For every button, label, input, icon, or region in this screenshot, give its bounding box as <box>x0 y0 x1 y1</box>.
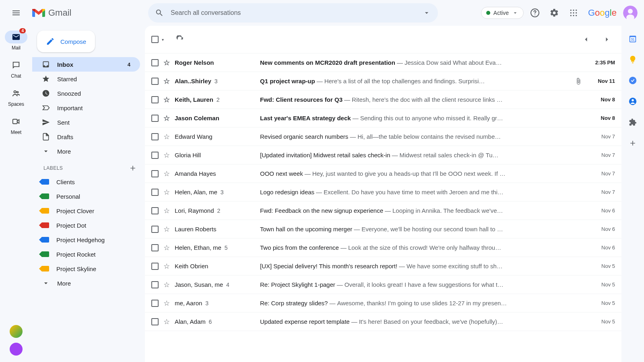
mail-checkbox[interactable] <box>151 170 159 177</box>
svg-point-24 <box>629 77 636 84</box>
mail-checkbox[interactable] <box>151 318 159 325</box>
tasks-app[interactable] <box>628 76 638 85</box>
mail-row[interactable]: ☆ me, Aaron 3 Re: Corp strategy slides? … <box>145 294 621 313</box>
star-button[interactable]: ☆ <box>163 151 170 160</box>
get-addons[interactable] <box>628 138 638 148</box>
rail-space-avatar[interactable] <box>10 325 23 338</box>
label-project-dot[interactable]: Project Dot <box>32 218 145 232</box>
account-avatar[interactable] <box>623 6 638 20</box>
search-box[interactable] <box>148 3 438 23</box>
support-button[interactable] <box>527 5 543 21</box>
addons-app[interactable] <box>628 117 638 127</box>
star-button[interactable]: ☆ <box>163 280 170 289</box>
search-input[interactable] <box>167 9 419 16</box>
settings-button[interactable] <box>546 5 562 21</box>
star-button[interactable]: ☆ <box>163 132 170 141</box>
nav-sent[interactable]: Sent <box>32 115 140 130</box>
compose-button[interactable]: Compose <box>37 31 95 52</box>
mail-row[interactable]: ☆ Lauren Roberts Town hall on the upcomi… <box>145 220 621 239</box>
nav-drafts[interactable]: Drafts <box>32 130 140 144</box>
mail-row[interactable]: ☆ Keith, Lauren 2 Fwd: Client resources … <box>145 90 621 109</box>
star-button[interactable]: ☆ <box>163 317 170 326</box>
mail-row[interactable]: ☆ Jason, Susan, me 4 Re: Project Skyligh… <box>145 276 621 294</box>
nav-inbox[interactable]: Inbox4 <box>32 57 140 72</box>
mail-row[interactable]: ☆ Gloria Hill [Updated invitation] Midwe… <box>145 146 621 165</box>
mail-checkbox[interactable] <box>151 96 159 103</box>
gmail-logo[interactable]: Gmail <box>32 8 129 18</box>
mail-row[interactable]: ☆ Amanda Hayes OOO next week — Hey, just… <box>145 165 621 183</box>
label-personal[interactable]: Personal <box>32 189 145 204</box>
star-button[interactable]: ☆ <box>163 188 170 197</box>
mail-checkbox[interactable] <box>151 226 159 233</box>
mail-checkbox[interactable] <box>151 152 159 159</box>
mail-checkbox[interactable] <box>151 300 159 307</box>
mail-subject: Q1 project wrap-up <box>260 78 315 84</box>
star-button[interactable]: ☆ <box>163 225 170 234</box>
nav-starred[interactable]: Starred <box>32 72 140 86</box>
mail-row[interactable]: ☆ Keith Obrien [UX] Special delivery! Th… <box>145 257 621 276</box>
rail-spaces[interactable]: Spaces <box>0 84 32 110</box>
search-options-button[interactable] <box>419 5 435 21</box>
mail-checkbox[interactable] <box>151 59 159 66</box>
mail-row[interactable]: ☆ Helen, Alan, me 3 Logo redesign ideas … <box>145 183 621 202</box>
star-button[interactable]: ☆ <box>163 206 170 215</box>
svg-point-3 <box>573 10 574 11</box>
mail-checkbox[interactable] <box>151 281 159 288</box>
nav-count: 4 <box>128 62 130 68</box>
mail-checkbox[interactable] <box>151 207 159 214</box>
star-button[interactable]: ☆ <box>163 77 170 86</box>
mail-subject: Re: Corp strategy slides? <box>260 300 328 306</box>
label-clients[interactable]: Clients <box>32 175 145 189</box>
contacts-app[interactable] <box>628 97 638 106</box>
label-project-skyline[interactable]: Project Skyline <box>32 261 145 276</box>
star-button[interactable]: ☆ <box>163 299 170 308</box>
labels-more[interactable]: More <box>32 276 140 290</box>
rail-chat[interactable]: Chat <box>0 56 32 82</box>
mail-checkbox[interactable] <box>151 263 159 270</box>
nav-important[interactable]: Important <box>32 101 140 115</box>
mail-row[interactable]: ☆ Alan, Adam 6 Updated expense report te… <box>145 313 621 331</box>
mail-date: Nov 5 <box>587 263 615 269</box>
star-button[interactable]: ☆ <box>163 114 170 123</box>
search-button[interactable] <box>151 5 167 21</box>
calendar-app[interactable]: 31 <box>628 34 638 43</box>
mail-row[interactable]: ☆ Roger Nelson New comments on MCR2020 d… <box>145 53 621 72</box>
label-name: Project Skyline <box>56 265 96 272</box>
status-chip[interactable]: Active <box>481 7 524 19</box>
mail-row[interactable]: ☆ Jason Coleman Last year's EMEA strateg… <box>145 109 621 128</box>
label-project-clover[interactable]: Project Clover <box>32 204 145 218</box>
nav-more[interactable]: More <box>32 144 140 158</box>
select-all-checkbox[interactable] <box>151 36 159 43</box>
mail-checkbox[interactable] <box>151 189 159 196</box>
select-dropdown[interactable]: ▾ <box>162 37 164 42</box>
google-logo[interactable]: Google <box>588 8 617 18</box>
mail-checkbox[interactable] <box>151 244 159 251</box>
star-button[interactable]: ☆ <box>163 262 170 271</box>
next-page-button[interactable] <box>599 31 615 47</box>
star-button[interactable]: ☆ <box>163 95 170 104</box>
refresh-button[interactable] <box>172 31 188 47</box>
mail-checkbox[interactable] <box>151 115 159 122</box>
add-label-button[interactable] <box>129 164 137 172</box>
inbox-icon <box>42 60 50 68</box>
rail-meet[interactable]: Meet <box>0 112 32 138</box>
contacts-icon <box>628 97 637 106</box>
star-button[interactable]: ☆ <box>163 169 170 178</box>
star-button[interactable]: ☆ <box>163 243 170 252</box>
mail-row[interactable]: ☆ Helen, Ethan, me 5 Two pics from the c… <box>145 239 621 257</box>
label-project-rocket[interactable]: Project Rocket <box>32 247 145 261</box>
prev-page-button[interactable] <box>578 31 594 47</box>
nav-snoozed[interactable]: Snoozed <box>32 86 140 101</box>
rail-chat-avatar[interactable] <box>10 343 23 356</box>
rail-mail[interactable]: 4 Mail <box>0 27 32 54</box>
mail-checkbox[interactable] <box>151 133 159 140</box>
label-project-hedgehog[interactable]: Project Hedgehog <box>32 232 145 247</box>
apps-button[interactable] <box>566 5 582 21</box>
star-button[interactable]: ☆ <box>163 58 170 67</box>
mail-row[interactable]: ☆ Alan..Shirley 3 Q1 project wrap-up — H… <box>145 72 621 90</box>
mail-row[interactable]: ☆ Lori, Raymond 2 Fwd: Feedback on the n… <box>145 202 621 220</box>
main-menu-button[interactable] <box>6 3 26 23</box>
keep-app[interactable] <box>628 55 638 64</box>
mail-checkbox[interactable] <box>151 78 159 85</box>
mail-row[interactable]: ☆ Edward Wang Revised organic search num… <box>145 128 621 146</box>
